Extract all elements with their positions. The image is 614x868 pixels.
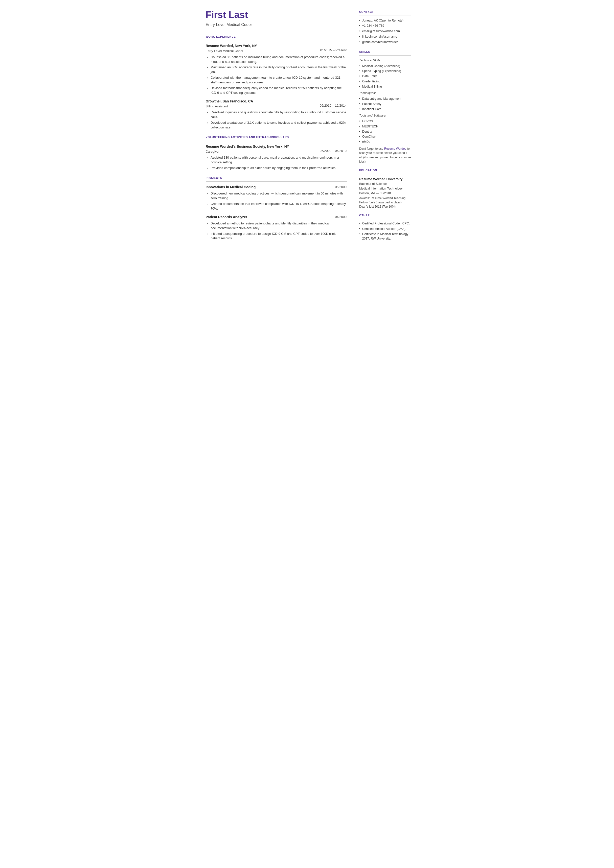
project-1-header: Innovations in Medical Coding 05/2009 bbox=[206, 185, 347, 190]
project-1-date: 05/2009 bbox=[335, 185, 347, 190]
skill-2: Speed Typing (Experienced) bbox=[359, 69, 411, 73]
work-experience-heading: WORK EXPERIENCE bbox=[206, 35, 347, 39]
edu-location: Boston, MA — 05/2010 bbox=[359, 191, 411, 196]
job-1-title-block: Resume Worded, New York, NY Entry Level … bbox=[206, 43, 257, 53]
projects-heading: PROJECTS bbox=[206, 176, 347, 180]
job-1-header: Resume Worded, New York, NY Entry Level … bbox=[206, 43, 347, 53]
techniques-list: Data entry and Management Patient Safety… bbox=[359, 96, 411, 111]
edu-awards: Awards: Resume Worded Teaching Fellow (o… bbox=[359, 196, 411, 209]
skill-5: Medical Billing bbox=[359, 84, 411, 89]
vol-1-company: Resume Worded's Business Society, New Yo… bbox=[206, 144, 289, 149]
project-1-bullet-2: Created documentation that improves comp… bbox=[206, 202, 347, 211]
technique-2: Patient Safety bbox=[359, 102, 411, 106]
vol-1-bullet-2: Provided companionship to 39 older adult… bbox=[206, 166, 347, 171]
edu-degree: Bachelor of Science bbox=[359, 182, 411, 186]
other-divider bbox=[359, 219, 411, 219]
volunteering-heading: VOLUNTEERING ACTIVITIES AND EXTRACURRICU… bbox=[206, 135, 347, 139]
work-experience-divider bbox=[206, 40, 347, 40]
technical-skills-list: Medical Coding (Advanced) Speed Typing (… bbox=[359, 64, 411, 89]
job-2-company: Growthsi, San Francisco, CA bbox=[206, 99, 253, 104]
left-column: First Last Entry Level Medical Coder WOR… bbox=[196, 10, 354, 304]
edu-school: Resume Worded University bbox=[359, 177, 411, 182]
tool-5: eMDs bbox=[359, 140, 411, 144]
rw-promo: Don't forget to use Resume Worded to sca… bbox=[359, 147, 411, 164]
vol-1-title-block: Resume Worded's Business Society, New Yo… bbox=[206, 144, 289, 154]
skills-heading: SKILLS bbox=[359, 50, 411, 54]
contact-heading: CONTACT bbox=[359, 10, 411, 14]
contact-divider bbox=[359, 16, 411, 16]
vol-1-title: Caregiver bbox=[206, 149, 289, 154]
tool-2: MEDITECH bbox=[359, 124, 411, 129]
job-2-title-block: Growthsi, San Francisco, CA Billing Assi… bbox=[206, 99, 253, 109]
edu-block: Resume Worded University Bachelor of Sci… bbox=[359, 177, 411, 209]
edu-field: Medical Information Technology bbox=[359, 186, 411, 191]
job-1-bullet-2: Maintained an 86% accuracy rate in the d… bbox=[206, 65, 347, 75]
job-2-bullet-2: Developed a database of 3.1K patients to… bbox=[206, 121, 347, 130]
contact-github: github.com/resumeworded bbox=[359, 40, 411, 45]
project-1-bullets: Discovered new medical coding practices,… bbox=[206, 191, 347, 211]
skill-3: Data Entry bbox=[359, 74, 411, 79]
tool-4: ComChart bbox=[359, 134, 411, 139]
job-2-title: Billing Assistant bbox=[206, 104, 253, 109]
job-1-bullet-1: Counseled 3K patients on insurance billi… bbox=[206, 55, 347, 64]
job-1-bullets: Counseled 3K patients on insurance billi… bbox=[206, 55, 347, 95]
job-2-bullet-1: Resolved inquiries and questions about l… bbox=[206, 110, 347, 120]
education-heading: EDUCATION bbox=[359, 168, 411, 172]
contact-list: Juneau, AK (Open to Remote) +1-234-456-7… bbox=[359, 18, 411, 45]
project-2-bullet-1: Developed a method to review patient cha… bbox=[206, 221, 347, 231]
project-1-name: Innovations in Medical Coding bbox=[206, 185, 256, 190]
contact-location: Juneau, AK (Open to Remote) bbox=[359, 18, 411, 23]
technical-skills-label: Technical Skills: bbox=[359, 58, 411, 63]
tool-1: HCPCS bbox=[359, 119, 411, 124]
vol-1-bullets: Assisted 130 patients with personal care… bbox=[206, 155, 347, 171]
tool-3: Dentrix bbox=[359, 129, 411, 134]
contact-phone: +1-234-456-789 bbox=[359, 23, 411, 28]
project-1-bullet-1: Discovered new medical coding practices,… bbox=[206, 191, 347, 201]
job-2-dates: 06/2010 – 12/2014 bbox=[320, 103, 346, 108]
vol-1-bullet-1: Assisted 130 patients with personal care… bbox=[206, 155, 347, 165]
education-divider bbox=[359, 174, 411, 174]
project-2-date: 04/2009 bbox=[335, 214, 347, 220]
vol-1-header: Resume Worded's Business Society, New Yo… bbox=[206, 144, 347, 154]
job-1-bullet-3: Collaborated with the management team to… bbox=[206, 76, 347, 85]
vol-1-dates: 06/2009 – 04/2010 bbox=[320, 149, 346, 154]
promo-link[interactable]: Resume Worded bbox=[384, 147, 406, 151]
promo-text-1: Don't forget to use bbox=[359, 147, 384, 151]
volunteering-divider bbox=[206, 141, 347, 141]
project-2-bullet-2: Initiated a sequencing procedure to assi… bbox=[206, 231, 347, 241]
tools-list: HCPCS MEDITECH Dentrix ComChart eMDs bbox=[359, 119, 411, 144]
job-2-header: Growthsi, San Francisco, CA Billing Assi… bbox=[206, 99, 347, 109]
contact-section: CONTACT Juneau, AK (Open to Remote) +1-2… bbox=[359, 10, 411, 44]
skill-1: Medical Coding (Advanced) bbox=[359, 64, 411, 68]
right-column: CONTACT Juneau, AK (Open to Remote) +1-2… bbox=[354, 10, 419, 304]
other-2: Certified Medical Auditor (CMA). bbox=[359, 227, 411, 231]
skill-4: Credentialing bbox=[359, 79, 411, 84]
contact-email: email@resumeworded.com bbox=[359, 29, 411, 34]
technique-1: Data entry and Management bbox=[359, 96, 411, 101]
technique-3: Inpatient Care bbox=[359, 107, 411, 112]
project-2-header: Patient Records Analyzer 04/2009 bbox=[206, 214, 347, 220]
skills-section: SKILLS Technical Skills: Medical Coding … bbox=[359, 50, 411, 164]
project-2-name: Patient Records Analyzer bbox=[206, 214, 247, 220]
project-2-bullets: Developed a method to review patient cha… bbox=[206, 221, 347, 241]
job-2-bullets: Resolved inquiries and questions about l… bbox=[206, 110, 347, 130]
contact-linkedin: linkedin.com/in/username bbox=[359, 34, 411, 39]
other-3: Certificate in Medical Terminology 2017,… bbox=[359, 232, 411, 241]
tools-label: Tools and Software: bbox=[359, 113, 411, 118]
job-1-dates: 01/2015 – Present bbox=[320, 48, 346, 53]
candidate-title: Entry Level Medical Coder bbox=[206, 22, 347, 28]
other-section: OTHER Certified Professional Coder, CPC.… bbox=[359, 213, 411, 241]
job-1-title: Entry Level Medical Coder bbox=[206, 48, 257, 53]
education-section: EDUCATION Resume Worded University Bache… bbox=[359, 168, 411, 209]
other-list: Certified Professional Coder, CPC. Certi… bbox=[359, 222, 411, 241]
techniques-label: Techniques: bbox=[359, 91, 411, 96]
other-heading: OTHER bbox=[359, 213, 411, 217]
candidate-name: First Last bbox=[206, 10, 347, 20]
job-1-bullet-4: Devised methods that adequately coded th… bbox=[206, 86, 347, 95]
other-1: Certified Professional Coder, CPC. bbox=[359, 222, 411, 226]
job-1-company: Resume Worded, New York, NY bbox=[206, 43, 257, 48]
